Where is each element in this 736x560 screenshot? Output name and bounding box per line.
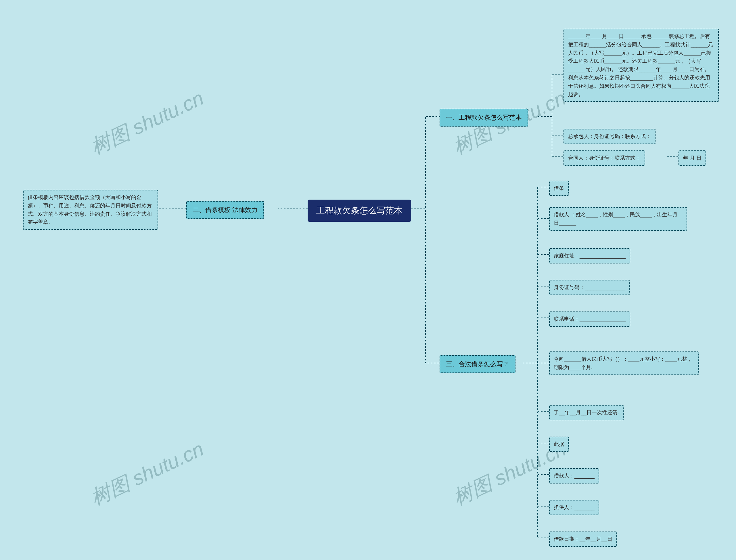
leaf-node[interactable]: 借款人 ：姓名____，性别____，民族____，出生年月日______ xyxy=(549,207,687,231)
leaf-node[interactable]: 今向______借人民币大写（）：____元整小写：____元整，期限为____… xyxy=(549,351,699,375)
leaf-node[interactable]: 家庭住址：________________ xyxy=(549,248,630,263)
leaf-text: 家庭住址：________________ xyxy=(554,253,626,259)
leaf-text: 借条 xyxy=(554,185,564,191)
leaf-node[interactable]: 借款日期：__年__月__日 xyxy=(549,532,617,547)
leaf-node[interactable]: 于__年__月__日一次性还清. xyxy=(549,405,624,420)
leaf-text: 年 月 日 xyxy=(683,155,701,161)
leaf-text: 联系电话：________________ xyxy=(554,316,626,322)
branch-label: 三、合法借条怎么写？ xyxy=(446,360,509,368)
leaf-text: 于__年__月__日一次性还清. xyxy=(554,410,619,415)
branch-node-2[interactable]: 二、借条模板 法律效力 xyxy=(186,201,264,219)
branch-node-3[interactable]: 三、合法借条怎么写？ xyxy=(439,355,515,373)
watermark-text: 树图 shutu.cn xyxy=(86,436,208,512)
mindmap-canvas: 树图 shutu.cn 树图 shutu.cn 树图 shutu.cn 树图 s… xyxy=(0,0,736,560)
leaf-text: 总承包人：身份证号码：联系方式： xyxy=(568,133,651,139)
leaf-text: 此据 xyxy=(554,441,564,447)
leaf-text: 身份证号码：______________ xyxy=(554,284,625,290)
leaf-node[interactable]: 借条模板内容应该包括借款金额（大写和小写的金额）、币种、用途、利息、偿还的年月日… xyxy=(23,190,158,230)
leaf-text: 借款人 ：姓名____，性别____，民族____，出生年月日______ xyxy=(554,212,678,226)
leaf-node[interactable]: 总承包人：身份证号码：联系方式： xyxy=(563,129,655,144)
leaf-node[interactable]: 此据 xyxy=(549,437,569,452)
root-label: 工程款欠条怎么写范本 xyxy=(316,206,402,215)
leaf-node[interactable]: 担保人：_______ xyxy=(549,500,599,515)
branch-node-1[interactable]: 一、工程款欠条怎么写范本 xyxy=(439,109,528,127)
leaf-node[interactable]: 合同人：身份证号：联系方式： xyxy=(563,150,645,166)
branch-label: 一、工程款欠条怎么写范本 xyxy=(446,114,522,121)
leaf-node[interactable]: 借款人：_______ xyxy=(549,468,599,483)
leaf-text: ______年____月____日______承包______装修总工程。后有把… xyxy=(568,33,713,97)
leaf-node[interactable]: 借条 xyxy=(549,181,569,196)
leaf-text: 借款人：_______ xyxy=(554,473,594,479)
root-node[interactable]: 工程款欠条怎么写范本 xyxy=(308,200,411,222)
leaf-text: 借条模板内容应该包括借款金额（大写和小写的金额）、币种、用途、利息、偿还的年月日… xyxy=(28,194,152,225)
leaf-text: 担保人：_______ xyxy=(554,504,594,510)
leaf-node[interactable]: 年 月 日 xyxy=(678,150,706,166)
leaf-text: 合同人：身份证号：联系方式： xyxy=(568,155,641,161)
leaf-node[interactable]: 联系电话：________________ xyxy=(549,311,630,327)
leaf-text: 借款日期：__年__月__日 xyxy=(554,536,612,542)
leaf-node[interactable]: 身份证号码：______________ xyxy=(549,280,630,295)
branch-label: 二、借条模板 法律效力 xyxy=(193,206,258,213)
leaf-node[interactable]: ______年____月____日______承包______装修总工程。后有把… xyxy=(563,29,719,102)
watermark-text: 树图 shutu.cn xyxy=(86,85,208,161)
leaf-text: 今向______借人民币大写（）：____元整小写：____元整，期限为____… xyxy=(554,356,692,370)
